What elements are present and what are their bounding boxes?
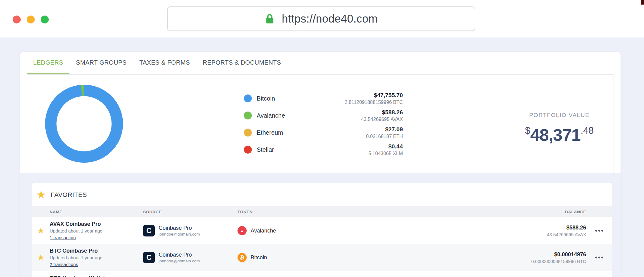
balance-amount: 0.0000000088159996 BTC [356, 258, 586, 265]
portfolio-value-cents: .48 [581, 125, 594, 136]
tab-reports-documents[interactable]: REPORTS & DOCUMENTS [196, 52, 287, 74]
balance-amount: 43.54269695 AVAX [356, 231, 586, 238]
source-account: johndoe@domain.com [159, 258, 200, 264]
ledger-name: BTC Coinbase Pro [50, 247, 143, 254]
lock-icon [265, 13, 275, 24]
portfolio-donut-chart [45, 85, 123, 163]
column-header-token: TOKEN [238, 210, 356, 214]
coinbase-pro-icon: C [143, 225, 155, 236]
balance-usd: $0.00014976 [356, 251, 586, 258]
favorites-panel: ★ FAVORITES NAME SOURCE TOKEN BALANCE ★ … [32, 183, 612, 277]
favorites-section: ★ FAVORITES NAME SOURCE TOKEN BALANCE ★ … [20, 173, 621, 277]
favorites-star-icon: ★ [36, 189, 46, 200]
currency-symbol: $ [525, 125, 530, 136]
table-row[interactable]: ★ BTC Coinbase Pro Updated about 1 year … [32, 244, 612, 271]
row-actions-menu-icon[interactable] [586, 230, 612, 232]
transactions-link[interactable]: 1 transaction [50, 234, 76, 241]
legend-label: Avalanche [257, 112, 285, 119]
source-account: johndoe@domain.com [159, 232, 200, 237]
browser-header: https://node40.com [0, 0, 644, 37]
dashboard-card: LEDGERS SMART GROUPS TAXES & FORMS REPOR… [20, 52, 621, 277]
bitcoin-token-icon: ₿ [238, 253, 247, 262]
column-header-source: SOURCE [143, 210, 238, 214]
tab-ledgers[interactable]: LEDGERS [27, 52, 69, 74]
tab-smart-groups[interactable]: SMART GROUPS [69, 52, 133, 74]
legend-item-bitcoin: Bitcoin $47,755.70 2.8112091888159996 BT… [244, 92, 403, 105]
stellar-swatch-icon [244, 146, 252, 154]
legend-coin-amount: 0.02168187 ETH [366, 133, 403, 140]
column-header-name: NAME [50, 210, 143, 214]
zoom-window-button[interactable] [41, 16, 49, 23]
screen-corner-indicator [641, 0, 644, 5]
avalanche-token-icon: ▲ [238, 226, 247, 235]
bitcoin-swatch-icon [244, 94, 252, 102]
ledger-updated: Updated about 1 year ago [50, 228, 143, 234]
avalanche-swatch-icon [244, 112, 252, 119]
coinbase-pro-icon: C [143, 252, 155, 263]
legend-usd-value: $47,755.70 [345, 92, 403, 99]
window-controls [13, 16, 49, 23]
ledger-name: BTC Hardware Wallet [50, 275, 143, 277]
portfolio-value-block: PORTFOLIO VALUE $48,371.48 [501, 112, 617, 148]
favorite-star-icon[interactable]: ★ [32, 253, 50, 262]
portfolio-value-label: PORTFOLIO VALUE [501, 112, 617, 119]
legend-item-avalanche: Avalanche $588.26 43.54269695 AVAX [244, 109, 403, 122]
legend-item-ethereum: Ethereum $27.09 0.02168187 ETH [244, 126, 403, 139]
legend-label: Bitcoin [257, 95, 275, 102]
balance-usd: $588.26 [356, 224, 586, 231]
favorites-title: FAVORITES [51, 191, 87, 198]
portfolio-value-whole: 48,371 [530, 125, 580, 144]
legend-label: Stellar [257, 146, 274, 153]
ethereum-swatch-icon [244, 129, 252, 137]
table-row[interactable]: BTC Hardware Wallet [32, 271, 612, 277]
portfolio-overview-panel: Bitcoin $47,755.70 2.8112091888159996 BT… [27, 74, 614, 173]
ledger-name: AVAX Coinbase Pro [50, 220, 143, 228]
tab-bar: LEDGERS SMART GROUPS TAXES & FORMS REPOR… [20, 52, 621, 74]
token-name: Avalanche [251, 228, 276, 234]
transactions-link[interactable]: 2 transactions [50, 261, 78, 268]
row-actions-menu-icon[interactable] [586, 257, 612, 258]
legend-coin-amount: 5.1043065 XLM [368, 150, 403, 157]
legend-coin-amount: 43.54269695 AVAX [361, 116, 403, 123]
column-header-balance: BALANCE [356, 210, 586, 214]
legend-usd-value: $588.26 [361, 109, 403, 116]
address-bar[interactable]: https://node40.com [167, 6, 475, 31]
favorite-star-icon[interactable]: ★ [32, 226, 50, 236]
table-row[interactable]: ★ AVAX Coinbase Pro Updated about 1 year… [32, 217, 612, 244]
portfolio-value-amount: $48,371.48 [501, 122, 617, 148]
tab-taxes-forms[interactable]: TAXES & FORMS [133, 52, 196, 74]
ledger-updated: Updated about 1 year ago [50, 254, 143, 261]
chart-legend: Bitcoin $47,755.70 2.8112091888159996 BT… [244, 92, 403, 156]
close-window-button[interactable] [13, 16, 21, 23]
legend-coin-amount: 2.8112091888159996 BTC [345, 99, 403, 105]
minimize-window-button[interactable] [27, 16, 35, 23]
legend-item-stellar: Stellar $0.44 5.1043065 XLM [244, 143, 403, 156]
source-name: Coinbase Pro [159, 251, 200, 258]
favorites-table-header: NAME SOURCE TOKEN BALANCE [32, 206, 612, 217]
legend-label: Ethereum [257, 129, 283, 136]
legend-usd-value: $27.09 [366, 126, 403, 133]
legend-usd-value: $0.44 [368, 143, 403, 150]
favorites-header: ★ FAVORITES [32, 183, 612, 206]
url-text: https://node40.com [282, 12, 378, 25]
token-name: Bitcoin [251, 254, 267, 261]
source-name: Coinbase Pro [159, 225, 200, 232]
